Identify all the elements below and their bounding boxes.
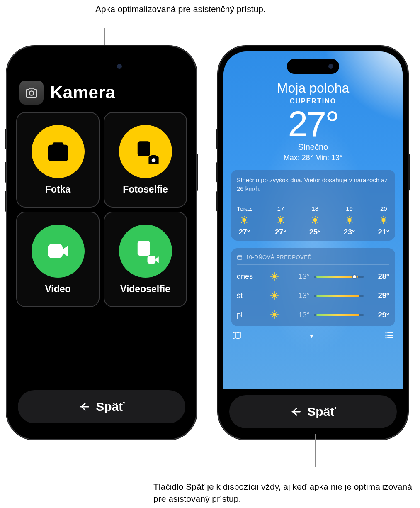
phone-screen-camera: Kamera Fotka Fotoselfie [12, 51, 191, 434]
tile-label: Video [45, 283, 70, 295]
day-label: pi [237, 311, 266, 320]
day-high: 29° [368, 311, 389, 320]
camera-app-icon [19, 81, 44, 105]
map-button[interactable] [232, 330, 242, 342]
hour-forecast: 17 27° [275, 205, 286, 237]
svg-point-3 [385, 335, 386, 336]
weather-tabbar [223, 326, 403, 347]
video-icon [32, 225, 85, 278]
day-label: dnes [237, 272, 266, 281]
location-title: Moja poloha [223, 81, 403, 96]
day-low: 13° [288, 272, 310, 281]
day-high: 28° [368, 272, 389, 281]
phone-frame-right: Moja poloha CUPERTINO 27° Slnečno Max: 2… [218, 46, 408, 440]
hour-label: 20 [380, 205, 387, 212]
temp-range-bar [314, 314, 364, 316]
back-button[interactable]: Späť [18, 390, 185, 423]
sun-icon [240, 215, 249, 225]
sun-icon [276, 215, 285, 225]
hour-forecast: 20 21° [378, 205, 389, 237]
phone-screen-weather: Moja poloha CUPERTINO 27° Slnečno Max: 2… [223, 51, 403, 434]
hour-label: Teraz [237, 205, 252, 212]
day-label: št [237, 291, 266, 300]
tile-label: Videoselfie [120, 283, 170, 295]
hour-forecast: 18 25° [309, 205, 320, 237]
daily-forecast-title: 10-DŇOVÁ PREDPOVEĎ [246, 254, 312, 260]
day-low: 13° [288, 291, 310, 300]
dynamic-island [287, 59, 339, 74]
locations-list-button[interactable] [384, 330, 394, 342]
svg-point-0 [29, 91, 34, 95]
hourly-summary: Slnečno po zvyšok dňa. Vietor dosahuje v… [237, 176, 389, 193]
sun-icon [379, 215, 388, 225]
arrow-left-icon [78, 401, 90, 413]
callout-leader-line [315, 434, 316, 467]
hour-temp: 23° [344, 228, 355, 237]
weather-app[interactable]: Moja poloha CUPERTINO 27° Slnečno Max: 2… [223, 51, 403, 389]
sun-icon [270, 310, 280, 320]
sun-icon [270, 291, 280, 301]
weather-header: Moja poloha CUPERTINO 27° Slnečno Max: 2… [223, 81, 403, 162]
back-button-label: Späť [307, 405, 336, 419]
temp-range-bar [314, 276, 364, 278]
tile-video[interactable]: Video [16, 212, 100, 307]
tile-label: Fotka [45, 184, 70, 195]
back-button[interactable]: Späť [229, 395, 397, 428]
camera-icon [32, 125, 85, 178]
daily-row: pi 13° 29° [237, 305, 389, 325]
current-condition: Slnečno [223, 142, 403, 152]
location-arrow-icon [308, 333, 314, 339]
temp-range-bar [314, 295, 364, 297]
daily-row: št 13° 29° [237, 286, 389, 305]
sun-icon [345, 215, 354, 225]
hour-temp: 21° [378, 228, 389, 237]
tile-label: Fotoselfie [123, 184, 168, 195]
list-icon [384, 330, 394, 340]
sun-icon [311, 215, 320, 225]
hour-label: 19 [346, 205, 353, 212]
map-icon [232, 330, 242, 340]
callout-top: Apka optimalizovaná pre asistenčný príst… [95, 3, 266, 15]
tile-fotka[interactable]: Fotka [16, 112, 100, 208]
hour-temp: 25° [309, 228, 320, 237]
temp-range: Max: 28° Min: 13° [223, 154, 403, 162]
hour-label: 18 [311, 205, 318, 212]
hour-temp: 27° [239, 228, 250, 237]
day-high: 29° [368, 291, 389, 300]
hour-forecast: Teraz 27° [237, 205, 252, 237]
hour-forecast: 19 23° [344, 205, 355, 237]
daily-row: dnes 13° 28° [237, 267, 389, 286]
calendar-icon [237, 254, 243, 260]
daily-forecast-panel[interactable]: 10-DŇOVÁ PREDPOVEĎ dnes 13° 28° št 13° [231, 248, 395, 326]
app-title: Kamera [50, 83, 115, 103]
hourly-forecast-panel[interactable]: Slnečno po zvyšok dňa. Vietor dosahuje v… [231, 170, 395, 241]
back-button-label: Späť [96, 400, 124, 414]
hour-label: 17 [277, 205, 284, 212]
tile-fotoselfie[interactable]: Fotoselfie [104, 112, 187, 208]
day-low: 13° [288, 311, 310, 320]
svg-point-4 [385, 337, 386, 338]
sun-icon [270, 272, 280, 282]
callout-bottom: Tlačidlo Späť je k dispozícii vždy, aj k… [153, 481, 420, 505]
current-temperature: 27° [223, 106, 403, 142]
hour-temp: 27° [275, 228, 286, 237]
selfie-photo-icon [119, 125, 172, 178]
arrow-left-icon [290, 406, 301, 418]
phone-frame-left: Kamera Fotka Fotoselfie [6, 46, 197, 440]
tile-videoselfie[interactable]: Videoselfie [104, 212, 187, 307]
dynamic-island [75, 59, 128, 74]
selfie-video-icon [119, 225, 172, 278]
svg-point-2 [385, 332, 386, 333]
svg-rect-1 [238, 255, 242, 259]
page-indicator[interactable] [308, 333, 318, 339]
